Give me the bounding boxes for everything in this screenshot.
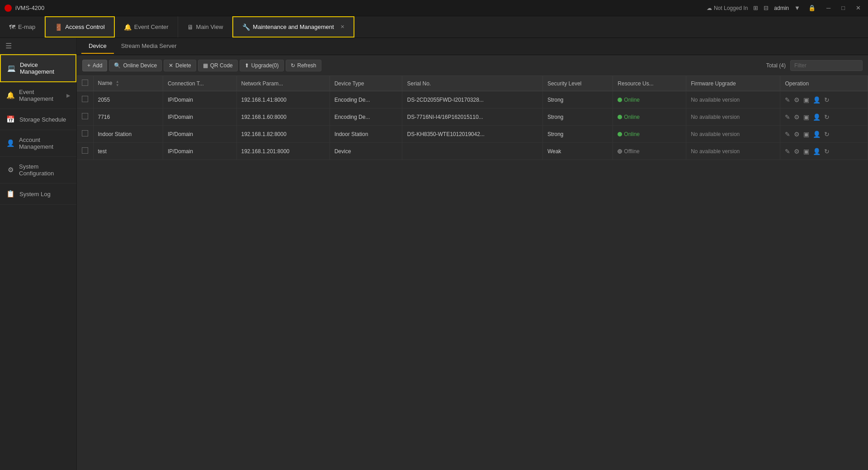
op-icons-2: ✎ ⚙ ▣ 👤 ↻ — [785, 131, 863, 138]
nav-item-event-center[interactable]: 🔔 Event Center — [115, 16, 178, 38]
row-checkbox-1[interactable] — [77, 108, 93, 126]
settings-icon-0[interactable]: ⚙ — [794, 96, 800, 103]
topnav: 🗺 E-map 🚪 Access Control 🔔 Event Center … — [0, 16, 868, 38]
table-row: test IP/Domain 192.168.1.201:8000 Device… — [77, 143, 868, 160]
sidebar-item-event-management[interactable]: 🔔 Event Management ▶ — [0, 82, 76, 109]
cell-name-2: Indoor Station — [93, 126, 163, 143]
filter-input[interactable] — [790, 60, 863, 71]
row-select-0[interactable] — [82, 96, 88, 102]
nav-item-access-control[interactable]: 🚪 Access Control — [45, 16, 114, 38]
event-center-icon: 🔔 — [124, 24, 132, 31]
cell-resource-0: Online — [613, 91, 686, 108]
hamburger-icon: ☰ — [5, 42, 12, 50]
edit-icon-0[interactable]: ✎ — [785, 96, 790, 103]
toolbar: + + Add Add 🔍 Online Device ✕ Delete ▦ Q… — [77, 55, 868, 76]
sidebar-label-system-log: System Log — [19, 191, 51, 197]
row-select-2[interactable] — [82, 130, 88, 136]
refresh-icon-2[interactable]: ↻ — [824, 131, 830, 138]
edit-icon-1[interactable]: ✎ — [785, 113, 790, 121]
titlebar-right: ☁ Not Logged In ⊞ ⊟ admin ▼ 🔒 ─ □ ✕ — [707, 4, 863, 12]
cell-operation-1: ✎ ⚙ ▣ 👤 ↻ — [780, 108, 868, 126]
name-sort[interactable]: ▲ ▼ — [116, 80, 119, 87]
header-checkbox[interactable] — [77, 76, 93, 91]
settings-icon-1[interactable]: ⚙ — [794, 113, 800, 121]
subtab-stream-media[interactable]: Stream Media Server — [114, 39, 184, 54]
settings-icon-2[interactable]: ⚙ — [794, 131, 800, 138]
table-row: 2055 IP/Domain 192.168.1.41:8000 Encodin… — [77, 91, 868, 108]
row-checkbox-3[interactable] — [77, 143, 93, 160]
settings-icon-3[interactable]: ⚙ — [794, 148, 800, 155]
row-checkbox-0[interactable] — [77, 91, 93, 108]
close-btn[interactable]: ✕ — [853, 4, 863, 12]
cell-serial-0: DS-2CD2055FWD-I20170328... — [402, 91, 542, 108]
subtab-device[interactable]: Device — [81, 39, 114, 54]
edit-icon-3[interactable]: ✎ — [785, 148, 790, 155]
nav-item-main-view[interactable]: 🖥 Main View — [178, 16, 233, 38]
monitor-icon[interactable]: ⊟ — [764, 5, 769, 11]
user-icon-0[interactable]: 👤 — [813, 96, 821, 103]
content-area: Device Stream Media Server + + Add Add 🔍… — [77, 38, 868, 470]
user-icon-1[interactable]: 👤 — [813, 113, 821, 121]
total-label: Total (4) — [766, 62, 786, 69]
cell-network-0: 192.168.1.41:8000 — [236, 91, 330, 108]
refresh-button[interactable]: ↻ Refresh — [286, 60, 321, 71]
status-dot-2 — [618, 132, 622, 136]
maximize-btn[interactable]: □ — [839, 4, 848, 12]
cell-connection-1: IP/Domain — [163, 108, 236, 126]
online-device-button[interactable]: 🔍 Online Device — [109, 60, 162, 71]
cell-resource-1: Online — [613, 108, 686, 126]
refresh-icon: ↻ — [291, 62, 295, 69]
qr-icon: ▦ — [203, 62, 208, 69]
minimize-btn[interactable]: ─ — [824, 4, 833, 12]
nav-item-emap[interactable]: 🗺 E-map — [0, 16, 45, 38]
add-icon: + — [87, 62, 90, 69]
resource-status-2: Online — [618, 131, 681, 137]
resource-status-0: Online — [618, 97, 681, 103]
app-title: iVMS-4200 — [15, 5, 44, 11]
edit-icon-2[interactable]: ✎ — [785, 131, 790, 138]
sidebar-item-account-management[interactable]: 👤 Account Management — [0, 130, 76, 157]
sidebar-item-system-configuration[interactable]: ⚙ System Configuration — [0, 157, 76, 183]
nav-item-maintenance[interactable]: 🔧 Maintenance and Management ✕ — [232, 16, 354, 38]
op-icons-0: ✎ ⚙ ▣ 👤 ↻ — [785, 96, 863, 103]
table-body: 2055 IP/Domain 192.168.1.41:8000 Encodin… — [77, 91, 868, 160]
grid-icon[interactable]: ⊞ — [753, 5, 758, 11]
row-select-3[interactable] — [82, 147, 88, 154]
remote-icon-3[interactable]: ▣ — [803, 148, 809, 155]
col-network: Network Param... — [236, 76, 330, 91]
delete-button[interactable]: ✕ Delete — [164, 60, 196, 71]
cell-device-type-3: Device — [330, 143, 402, 160]
select-all-checkbox[interactable] — [82, 80, 88, 86]
account-management-icon: 👤 — [6, 139, 14, 147]
admin-dropdown-icon[interactable]: ▼ — [794, 5, 800, 11]
search-icon: 🔍 — [114, 62, 121, 69]
add-button[interactable]: + + Add Add — [82, 60, 107, 71]
event-management-icon: 🔔 — [6, 91, 14, 99]
user-icon-3[interactable]: 👤 — [813, 148, 821, 155]
remote-icon-1[interactable]: ▣ — [803, 113, 809, 121]
system-configuration-icon: ⚙ — [6, 166, 14, 174]
remote-icon-0[interactable]: ▣ — [803, 96, 809, 103]
table-header-row: Name ▲ ▼ Connection T... Network Param..… — [77, 76, 868, 91]
sidebar: ☰ 💻 Device Management 🔔 Event Management… — [0, 38, 77, 470]
maintenance-close-icon[interactable]: ✕ — [340, 24, 344, 30]
user-icon-2[interactable]: 👤 — [813, 131, 821, 138]
status-dot-3 — [618, 149, 622, 154]
sidebar-item-storage-schedule[interactable]: 📅 Storage Schedule — [0, 109, 76, 130]
qr-code-button[interactable]: ▦ QR Code — [198, 60, 238, 71]
refresh-icon-1[interactable]: ↻ — [824, 113, 830, 121]
sidebar-toggle[interactable]: ☰ — [0, 38, 76, 54]
row-checkbox-2[interactable] — [77, 126, 93, 143]
device-management-icon: 💻 — [7, 64, 15, 72]
sidebar-item-device-management[interactable]: 💻 Device Management — [0, 54, 76, 82]
refresh-icon-0[interactable]: ↻ — [824, 96, 830, 103]
nav-label-access-control: Access Control — [65, 24, 104, 30]
upgrade-button[interactable]: ⬆ Upgrade(0) — [240, 60, 284, 71]
remote-icon-2[interactable]: ▣ — [803, 131, 809, 138]
row-select-1[interactable] — [82, 113, 88, 119]
lock-btn[interactable]: 🔒 — [806, 4, 818, 12]
admin-label[interactable]: admin — [774, 5, 789, 11]
cell-firmware-3: No available version — [686, 143, 780, 160]
refresh-icon-3[interactable]: ↻ — [824, 148, 830, 155]
sidebar-item-system-log[interactable]: 📋 System Log — [0, 183, 76, 205]
